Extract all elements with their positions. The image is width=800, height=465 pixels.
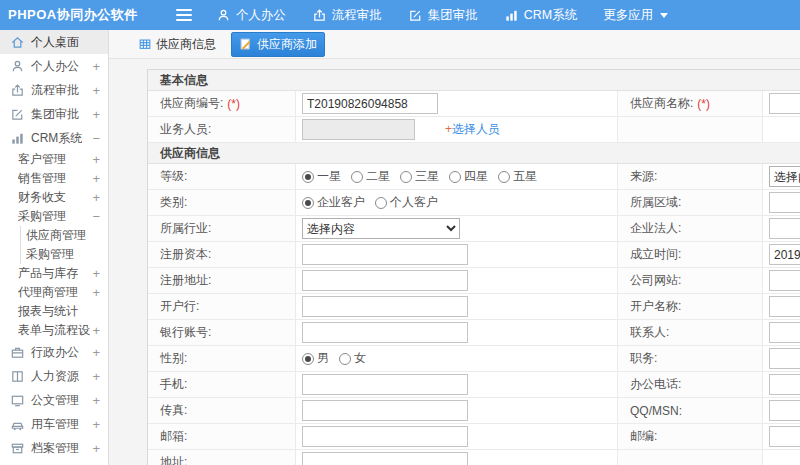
sidebar-item-label: 财务收支 <box>18 189 66 206</box>
expand-toggle-icon[interactable]: + <box>90 324 100 337</box>
level-radio-0[interactable]: 一星 <box>302 168 341 185</box>
flow-icon <box>10 83 25 98</box>
sidebar-item-crm-system[interactable]: CRM系统− <box>0 126 108 150</box>
expand-toggle-icon[interactable]: + <box>90 108 100 121</box>
zip-code-input[interactable] <box>769 426 800 447</box>
expand-toggle-icon[interactable]: + <box>90 191 100 204</box>
sidebar-item-document-mgmt[interactable]: 公文管理+ <box>0 388 108 412</box>
level-radio-1[interactable]: 二星 <box>351 168 390 185</box>
legal-person-input[interactable] <box>769 218 800 239</box>
field-label-text: 开户行: <box>160 298 199 315</box>
registered-capital-field-cell <box>296 242 618 267</box>
nav-group-approval[interactable]: 集团审批 <box>408 7 478 24</box>
founded-date-field-cell <box>763 242 800 267</box>
expand-toggle-icon[interactable]: + <box>90 172 100 185</box>
office-phone-input[interactable] <box>769 374 800 395</box>
expand-toggle-icon[interactable]: + <box>90 84 100 97</box>
email-input[interactable] <box>302 426 468 447</box>
form-row: 地址: <box>148 450 800 465</box>
required-marker: (*) <box>227 97 240 111</box>
form-row: 邮箱:邮编: <box>148 424 800 450</box>
mobile-input[interactable] <box>302 374 468 395</box>
registered-capital-input[interactable] <box>302 244 468 265</box>
sidebar-item-sales-mgmt[interactable]: 销售管理+ <box>0 169 108 188</box>
supplier-name-input[interactable] <box>769 93 800 114</box>
sidebar-item-label: 代理商管理 <box>18 284 78 301</box>
sidebar-item-purchase-mgmt-sub[interactable]: 采购管理 <box>0 245 108 264</box>
expand-toggle-icon[interactable]: + <box>90 442 100 455</box>
sidebar-item-personal-office[interactable]: 个人办公+ <box>0 54 108 78</box>
form-row: 注册地址:公司网站: <box>148 268 800 294</box>
founded-date-input[interactable] <box>769 244 800 265</box>
category-radio-group: 企业客户个人客户 <box>302 194 438 211</box>
job-title-input[interactable] <box>769 348 800 369</box>
expand-toggle-icon[interactable]: + <box>90 370 100 383</box>
sidebar-item-customer-mgmt[interactable]: 客户管理+ <box>0 150 108 169</box>
sidebar-item-vehicle-mgmt[interactable]: 用车管理+ <box>0 412 108 436</box>
expand-toggle-icon[interactable]: + <box>90 286 100 299</box>
empty-label <box>618 450 763 465</box>
nav-workflow-approval[interactable]: 流程审批 <box>312 7 382 24</box>
contact-person-input[interactable] <box>769 322 800 343</box>
sidebar-item-product-inventory[interactable]: 产品与库存+ <box>0 264 108 283</box>
gender-radio-1[interactable]: 女 <box>339 350 366 367</box>
expand-toggle-icon[interactable]: + <box>90 153 100 166</box>
expand-toggle-icon[interactable]: − <box>90 210 100 223</box>
menu-toggle-icon[interactable] <box>176 9 192 21</box>
sidebar-item-archive-mgmt[interactable]: 档案管理+ <box>0 436 108 460</box>
nav-more-apps[interactable]: 更多应用 <box>603 7 668 24</box>
sidebar-item-admin-office[interactable]: 行政办公+ <box>0 340 108 364</box>
fax-input[interactable] <box>302 400 468 421</box>
expand-toggle-icon[interactable]: + <box>90 267 100 280</box>
select-person-link[interactable]: +选择人员 <box>445 121 500 138</box>
field-label-text: 成立时间: <box>630 246 681 263</box>
expand-toggle-icon[interactable]: + <box>90 60 100 73</box>
registered-address-input[interactable] <box>302 270 468 291</box>
sidebar-item-agent-mgmt[interactable]: 代理商管理+ <box>0 283 108 302</box>
bank-input[interactable] <box>302 296 468 317</box>
edit-icon <box>408 8 423 23</box>
supplier-no-input[interactable] <box>302 93 438 114</box>
sidebar-item-finance-inout[interactable]: 财务收支+ <box>0 188 108 207</box>
gender-radio-0[interactable]: 男 <box>302 350 329 367</box>
category-radio-1[interactable]: 个人客户 <box>375 194 438 211</box>
field-label-text: 传真: <box>160 402 187 419</box>
sales-person-input[interactable] <box>302 119 415 140</box>
job-title-label: 职务: <box>618 346 763 371</box>
sidebar-item-label: 集团审批 <box>31 106 79 123</box>
sidebar-item-reports-stats[interactable]: 报表与统计 <box>0 302 108 321</box>
radio-icon <box>339 353 351 365</box>
sidebar-item-purchase-mgmt[interactable]: 采购管理− <box>0 207 108 226</box>
radio-icon <box>351 171 363 183</box>
bank-field-cell <box>296 294 618 319</box>
category-radio-0[interactable]: 企业客户 <box>302 194 365 211</box>
field-label-text: 办公电话: <box>630 376 681 393</box>
sidebar-item-group-approval[interactable]: 集团审批+ <box>0 102 108 126</box>
sidebar-item-human-resources[interactable]: 人力资源+ <box>0 364 108 388</box>
address-input[interactable] <box>302 452 468 465</box>
bank-account-input[interactable] <box>302 322 468 343</box>
tab-supplier-info[interactable]: 供应商信息 <box>131 33 223 56</box>
qq-msn-input[interactable] <box>769 400 800 421</box>
expand-toggle-icon[interactable]: + <box>90 346 100 359</box>
expand-toggle-icon[interactable]: + <box>90 394 100 407</box>
region-input[interactable] <box>769 192 800 213</box>
nav-crm-system[interactable]: CRM系统 <box>504 7 577 24</box>
sidebar-item-form-workflow-settings[interactable]: 表单与流程设置+ <box>0 321 108 340</box>
source-select[interactable]: 选择内容 <box>769 166 800 187</box>
level-radio-4[interactable]: 五星 <box>498 168 537 185</box>
nav-personal-office[interactable]: 个人办公 <box>216 7 286 24</box>
sidebar-item-personal-desktop[interactable]: 个人桌面 <box>0 30 108 54</box>
level-radio-3[interactable]: 四星 <box>449 168 488 185</box>
sidebar-item-label: 公文管理 <box>31 392 79 409</box>
industry-select[interactable]: 选择内容 <box>302 218 460 239</box>
sidebar-item-supplier-mgmt[interactable]: 供应商管理 <box>0 226 108 245</box>
account-name-input[interactable] <box>769 296 800 317</box>
tab-supplier-add[interactable]: 供应商添加 <box>231 32 325 57</box>
company-website-input[interactable] <box>769 270 800 291</box>
sidebar-item-workflow-approval[interactable]: 流程审批+ <box>0 78 108 102</box>
expand-toggle-icon[interactable]: − <box>90 132 100 145</box>
expand-toggle-icon[interactable]: + <box>90 418 100 431</box>
contact-person-field-cell <box>763 320 800 345</box>
level-radio-2[interactable]: 三星 <box>400 168 439 185</box>
